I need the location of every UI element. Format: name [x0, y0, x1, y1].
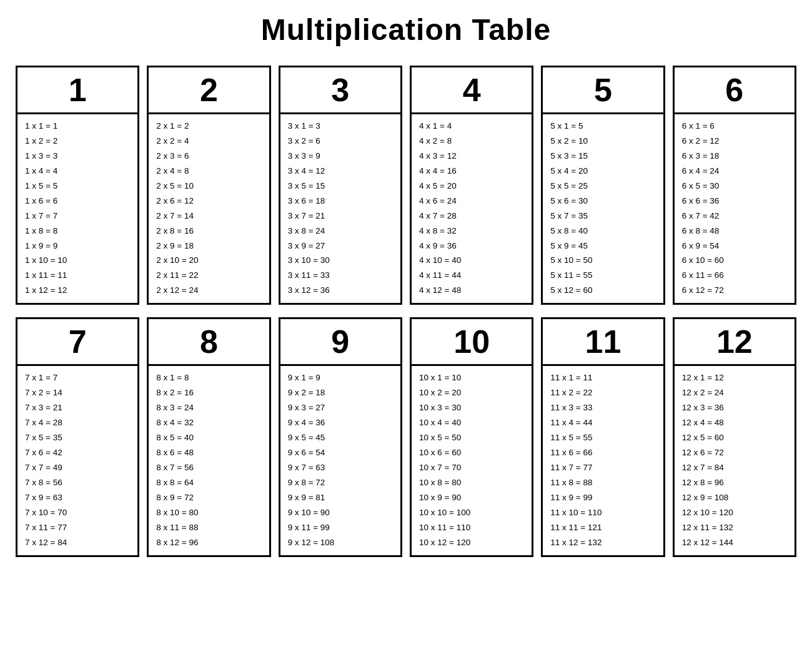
table-row: 6 x 1 = 6: [682, 119, 787, 134]
multiplication-table-9: 99 x 1 = 99 x 2 = 189 x 3 = 279 x 4 = 36…: [279, 317, 402, 556]
table-row: 7 x 11 = 77: [25, 521, 130, 535]
table-row: 11 x 2 = 22: [550, 386, 655, 400]
table-header-5: 5: [543, 67, 663, 114]
table-row: 3 x 7 = 21: [288, 209, 393, 224]
table-row: 12 x 4 = 48: [682, 416, 787, 430]
table-body-4: 4 x 1 = 44 x 2 = 84 x 3 = 124 x 4 = 164 …: [412, 114, 532, 303]
table-row: 7 x 2 = 14: [25, 386, 130, 400]
table-row: 7 x 3 = 21: [25, 401, 130, 415]
table-row: 8 x 10 = 80: [156, 506, 261, 520]
table-row: 11 x 9 = 99: [550, 491, 655, 505]
table-row: 2 x 7 = 14: [156, 209, 261, 224]
table-body-1: 1 x 1 = 11 x 2 = 21 x 3 = 31 x 4 = 41 x …: [17, 114, 137, 303]
table-row: 6 x 3 = 18: [682, 149, 787, 164]
table-row: 5 x 7 = 35: [550, 209, 655, 224]
table-row: 11 x 3 = 33: [550, 401, 655, 415]
table-row: 8 x 1 = 8: [156, 371, 261, 385]
table-row: 8 x 11 = 88: [156, 521, 261, 535]
table-body-2: 2 x 1 = 22 x 2 = 42 x 3 = 62 x 4 = 82 x …: [149, 114, 269, 303]
table-row: 12 x 3 = 36: [682, 401, 787, 415]
table-row: 12 x 8 = 96: [682, 476, 787, 490]
table-row: 12 x 1 = 12: [682, 371, 787, 385]
table-body-10: 10 x 1 = 1010 x 2 = 2010 x 3 = 3010 x 4 …: [412, 366, 532, 555]
table-row: 11 x 7 = 77: [550, 461, 655, 475]
multiplication-table-2: 22 x 1 = 22 x 2 = 42 x 3 = 62 x 4 = 82 x…: [147, 66, 270, 305]
table-row: 3 x 5 = 15: [288, 179, 393, 194]
table-header-9: 9: [280, 319, 400, 366]
table-row: 4 x 2 = 8: [419, 134, 524, 149]
table-row: 3 x 8 = 24: [288, 224, 393, 239]
table-row: 7 x 8 = 56: [25, 476, 130, 490]
table-row: 10 x 5 = 50: [419, 431, 524, 445]
table-row: 11 x 1 = 11: [550, 371, 655, 385]
table-row: 1 x 5 = 5: [25, 179, 130, 194]
table-row: 8 x 9 = 72: [156, 491, 261, 505]
table-row: 10 x 1 = 10: [419, 371, 524, 385]
table-row: 2 x 4 = 8: [156, 164, 261, 179]
table-row: 7 x 12 = 84: [25, 536, 130, 550]
table-row: 8 x 3 = 24: [156, 401, 261, 415]
table-row: 9 x 6 = 54: [288, 446, 393, 460]
table-row: 5 x 2 = 10: [550, 134, 655, 149]
table-body-3: 3 x 1 = 33 x 2 = 63 x 3 = 93 x 4 = 123 x…: [280, 114, 400, 303]
table-row: 12 x 9 = 108: [682, 491, 787, 505]
table-row: 8 x 7 = 56: [156, 461, 261, 475]
table-row: 9 x 1 = 9: [288, 371, 393, 385]
table-row: 2 x 2 = 4: [156, 134, 261, 149]
table-row: 7 x 9 = 63: [25, 491, 130, 505]
table-row: 12 x 10 = 120: [682, 506, 787, 520]
table-row: 6 x 5 = 30: [682, 179, 787, 194]
table-row: 4 x 1 = 4: [419, 119, 524, 134]
table-row: 3 x 12 = 36: [288, 284, 393, 298]
table-row: 9 x 7 = 63: [288, 461, 393, 475]
table-header-1: 1: [17, 67, 137, 114]
table-row: 1 x 4 = 4: [25, 164, 130, 179]
table-row: 11 x 12 = 132: [550, 536, 655, 550]
table-row: 2 x 3 = 6: [156, 149, 261, 164]
table-row: 10 x 8 = 80: [419, 476, 524, 490]
table-body-9: 9 x 1 = 99 x 2 = 189 x 3 = 279 x 4 = 369…: [280, 366, 400, 555]
table-row: 7 x 10 = 70: [25, 506, 130, 520]
table-header-3: 3: [280, 67, 400, 114]
table-row: 6 x 10 = 60: [682, 254, 787, 268]
table-body-8: 8 x 1 = 88 x 2 = 168 x 3 = 248 x 4 = 328…: [149, 366, 269, 555]
table-row: 10 x 7 = 70: [419, 461, 524, 475]
multiplication-table-1: 11 x 1 = 11 x 2 = 21 x 3 = 31 x 4 = 41 x…: [16, 66, 139, 305]
table-row: 4 x 4 = 16: [419, 164, 524, 179]
table-row: 3 x 10 = 30: [288, 254, 393, 268]
table-row: 7 x 6 = 42: [25, 446, 130, 460]
table-row: 11 x 8 = 88: [550, 476, 655, 490]
table-row: 4 x 6 = 24: [419, 194, 524, 209]
table-row: 2 x 9 = 18: [156, 239, 261, 254]
table-row: 10 x 10 = 100: [419, 506, 524, 520]
table-row: 5 x 8 = 40: [550, 224, 655, 239]
table-row: 3 x 4 = 12: [288, 164, 393, 179]
table-row: 2 x 8 = 16: [156, 224, 261, 239]
multiplication-table-4: 44 x 1 = 44 x 2 = 84 x 3 = 124 x 4 = 164…: [410, 66, 533, 305]
table-row: 4 x 5 = 20: [419, 179, 524, 194]
table-row: 3 x 9 = 27: [288, 239, 393, 254]
multiplication-table-10: 1010 x 1 = 1010 x 2 = 2010 x 3 = 3010 x …: [410, 317, 533, 556]
table-row: 1 x 7 = 7: [25, 209, 130, 224]
table-row: 6 x 7 = 42: [682, 209, 787, 224]
table-row: 11 x 11 = 121: [550, 521, 655, 535]
table-body-11: 11 x 1 = 1111 x 2 = 2211 x 3 = 3311 x 4 …: [543, 366, 663, 555]
table-row: 5 x 11 = 55: [550, 269, 655, 283]
table-row: 9 x 9 = 81: [288, 491, 393, 505]
table-row: 6 x 12 = 72: [682, 284, 787, 298]
table-row: 10 x 4 = 40: [419, 416, 524, 430]
table-header-6: 6: [675, 67, 795, 114]
table-row: 8 x 12 = 96: [156, 536, 261, 550]
table-header-7: 7: [17, 319, 137, 366]
table-row: 1 x 6 = 6: [25, 194, 130, 209]
table-row: 10 x 12 = 120: [419, 536, 524, 550]
multiplication-table-3: 33 x 1 = 33 x 2 = 63 x 3 = 93 x 4 = 123 …: [279, 66, 402, 305]
multiplication-table-6: 66 x 1 = 66 x 2 = 126 x 3 = 186 x 4 = 24…: [673, 66, 796, 305]
table-row: 4 x 11 = 44: [419, 269, 524, 283]
table-row: 3 x 2 = 6: [288, 134, 393, 149]
table-row: 4 x 8 = 32: [419, 224, 524, 239]
table-row: 9 x 10 = 90: [288, 506, 393, 520]
table-row: 6 x 4 = 24: [682, 164, 787, 179]
table-row: 9 x 11 = 99: [288, 521, 393, 535]
table-row: 6 x 6 = 36: [682, 194, 787, 209]
